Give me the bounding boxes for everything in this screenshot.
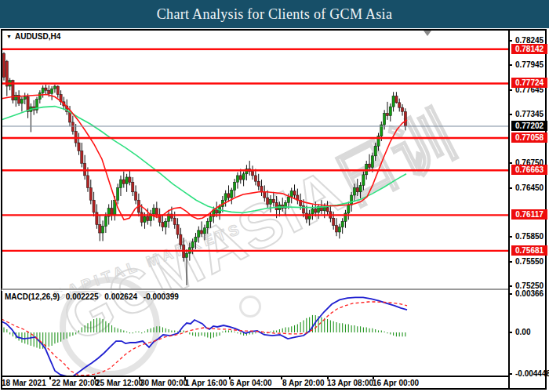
candle-bull [191, 242, 194, 248]
candle-bear [180, 234, 182, 245]
candle-bull [185, 253, 187, 257]
candle-bull [384, 113, 386, 125]
candle-bull [125, 177, 128, 183]
candle-bull [269, 199, 271, 204]
candle-bear [93, 200, 95, 212]
candle-bull [209, 216, 212, 221]
candle-bear [356, 188, 358, 192]
candle-bull [51, 89, 53, 93]
candle-bear [305, 213, 307, 219]
app-window: Chart Analysis for Clients of GCM Asia G… [0, 0, 549, 392]
candle-bull [104, 216, 107, 227]
candle-bull [234, 182, 236, 190]
candle-bull [224, 194, 227, 200]
candle-bear [78, 143, 80, 151]
candle-bear [75, 131, 77, 143]
candle-bull [338, 227, 340, 232]
chevron-down-icon[interactable]: ▼ [6, 34, 12, 39]
candle-bear [81, 151, 83, 164]
candle-bull [38, 93, 41, 99]
candle-bear [2, 53, 5, 77]
candle-bear [368, 164, 370, 167]
candle-bear [140, 212, 143, 223]
candle-bear [122, 180, 125, 183]
candle-bull [359, 185, 362, 191]
candle-bear [162, 222, 164, 227]
candle-bear [111, 209, 113, 215]
time-axis-separator [2, 376, 508, 377]
candle-bull [165, 221, 167, 227]
candle-bull [392, 96, 394, 107]
candle-bull [195, 237, 197, 241]
candle-bear [275, 202, 278, 209]
candle-bull [206, 221, 209, 227]
candle-bull [198, 230, 200, 237]
candle-bear [386, 113, 388, 115]
chart-shift-marker-icon[interactable] [424, 31, 431, 36]
candle-bull [371, 156, 373, 168]
candle-bear [293, 191, 296, 195]
ma-fast-line [2, 94, 407, 220]
indicator-value-hist: -0.000399 [144, 292, 179, 301]
candle-bear [401, 107, 403, 111]
candle-bull [117, 188, 119, 201]
candle-bull [311, 209, 314, 214]
candle-bear [260, 186, 263, 191]
candle-bear [239, 176, 242, 180]
price-axis-separator [508, 30, 510, 390]
macd-main-line [2, 297, 407, 376]
candle-bear [99, 225, 101, 233]
candle-bear [89, 188, 92, 201]
macd-signal-line [2, 302, 407, 376]
candle-bear [132, 182, 134, 192]
candle-bear [134, 192, 136, 200]
candle-bull [119, 180, 122, 187]
candle-bull [374, 146, 376, 156]
candle-bear [155, 209, 158, 215]
candle-bull [353, 188, 355, 195]
candle-bull [203, 228, 205, 234]
candle-bear [84, 163, 86, 176]
chart-canvas[interactable] [0, 0, 549, 392]
candle-bull [24, 97, 26, 100]
candle-bear [176, 225, 179, 235]
candle-bear [314, 209, 317, 212]
candle-bull [362, 175, 365, 186]
indicator-panel-separator[interactable] [2, 289, 508, 291]
candle-bull [389, 107, 391, 115]
candle-bear [333, 218, 335, 225]
candle-bear [395, 96, 398, 103]
candle-bull [242, 174, 245, 180]
symbol-label[interactable]: ▼AUDUSD,H4 [6, 32, 60, 41]
candle-bull [365, 164, 368, 175]
candle-bull [351, 195, 353, 205]
symbol-text: AUDUSD,H4 [15, 32, 60, 41]
candle-bear [398, 103, 401, 107]
candle-bull [152, 209, 155, 214]
candle-bull [20, 100, 23, 103]
candle-bear [71, 122, 74, 131]
candle-bull [53, 86, 56, 89]
candle-bear [254, 176, 256, 181]
candle-bull [236, 176, 238, 182]
candle-bear [251, 172, 253, 176]
candle-bear [147, 216, 149, 220]
candle-bear [45, 88, 47, 90]
candle-bear [5, 61, 8, 86]
candle-bull [42, 88, 44, 93]
candle-bear [326, 208, 329, 212]
candle-bear [56, 86, 59, 94]
candle-bull [101, 227, 104, 233]
candle-bull [287, 197, 289, 202]
candle-bear [173, 218, 176, 224]
candle-bear [272, 199, 274, 202]
candle-bear [86, 176, 89, 188]
candle-bear [216, 210, 218, 213]
candle-bear [264, 192, 266, 198]
candle-bear [267, 198, 269, 204]
candle-bull [341, 221, 344, 227]
candle-bear [48, 90, 50, 93]
indicator-label: MACD(12,26,9) 0.002225 0.002624 -0.00039… [5, 292, 183, 301]
candle-bull [323, 208, 325, 211]
candle-bear [227, 194, 230, 198]
